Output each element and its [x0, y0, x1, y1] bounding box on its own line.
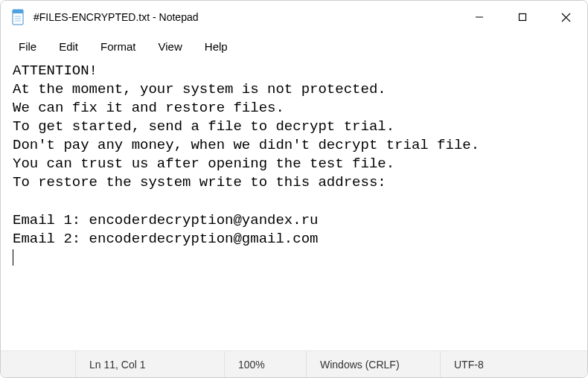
menu-edit[interactable]: Edit — [48, 36, 89, 57]
window-title: #FILES-ENCRYPTED.txt - Notepad — [33, 11, 458, 23]
menu-view[interactable]: View — [148, 36, 193, 57]
status-encoding: UTF-8 — [440, 351, 587, 377]
statusbar: Ln 11, Col 1 100% Windows (CRLF) UTF-8 — [1, 350, 587, 377]
maximize-button[interactable] — [501, 1, 544, 33]
menu-format[interactable]: Format — [90, 36, 147, 57]
status-line-ending: Windows (CRLF) — [306, 351, 440, 377]
close-button[interactable] — [544, 1, 587, 33]
status-zoom: 100% — [224, 351, 306, 377]
status-cursor-position: Ln 11, Col 1 — [75, 351, 224, 377]
status-spacer — [1, 351, 75, 377]
editor-content: ATTENTION! At the moment, your system is… — [13, 63, 479, 247]
titlebar: #FILES-ENCRYPTED.txt - Notepad — [1, 1, 587, 33]
notepad-icon — [11, 9, 25, 25]
window-controls — [458, 1, 587, 33]
menu-help[interactable]: Help — [194, 36, 238, 57]
text-editor[interactable]: ATTENTION! At the moment, your system is… — [1, 59, 587, 342]
minimize-button[interactable] — [458, 1, 501, 33]
menubar: File Edit Format View Help — [1, 33, 587, 59]
svg-rect-1 — [13, 10, 23, 13]
menu-file[interactable]: File — [8, 36, 47, 57]
text-caret — [13, 249, 13, 266]
svg-rect-6 — [520, 14, 526, 21]
